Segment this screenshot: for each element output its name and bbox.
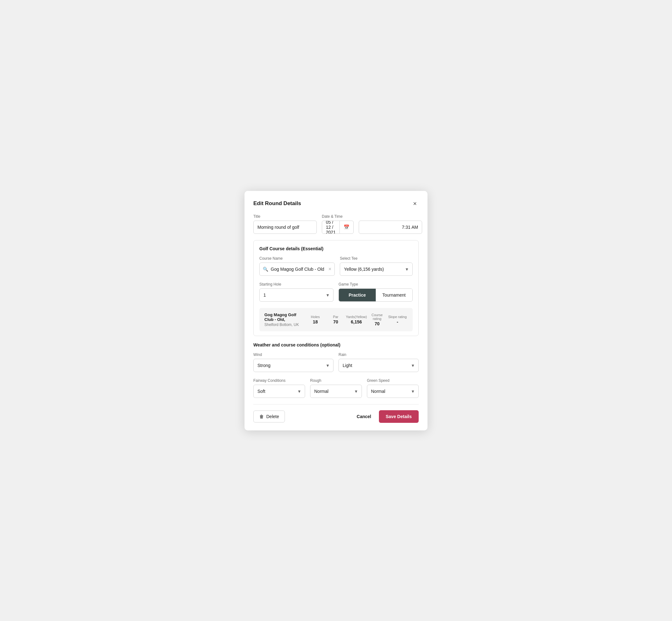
modal-header: Edit Round Details × [253,200,419,207]
datetime-group: Date & Time 05 / 12 / 2021 📅 [322,214,354,234]
game-type-label: Game Type [339,282,413,287]
game-type-group: Game Type Practice Tournament [339,282,413,302]
close-button[interactable]: × [411,200,419,207]
slope-rating-label: Slope rating [387,315,408,319]
practice-toggle-button[interactable]: Practice [339,289,376,301]
starting-hole-label: Starting Hole [259,282,333,287]
select-tee-group: Select Tee Yellow (6,156 yards) White Re… [340,256,413,276]
wind-wrapper: None Light Moderate Strong ▼ [253,359,333,372]
calendar-icon-button[interactable]: 📅 [339,221,353,234]
select-tee-label: Select Tee [340,256,413,261]
rough-wrapper: Short Normal Long ▼ [310,385,362,398]
conditions-title: Weather and course conditions (optional) [253,342,419,347]
edit-round-modal: Edit Round Details × Title Date & Time 0… [245,191,427,430]
wind-dropdown[interactable]: None Light Moderate Strong [253,359,333,372]
fairway-group: Fairway Conditions Firm Soft Normal Wet … [253,378,305,398]
starting-hole-group: Starting Hole 1 10 ▼ [259,282,333,302]
slope-rating-value: - [387,319,408,324]
par-value: 70 [326,319,346,324]
time-label-spacer [359,214,422,219]
wind-rain-row: Wind None Light Moderate Strong ▼ Rain N… [253,353,419,372]
search-icon: 🔍 [263,266,268,272]
modal-title: Edit Round Details [253,200,301,207]
course-search-wrapper: 🔍 × [259,262,335,276]
hole-gametype-row: Starting Hole 1 10 ▼ Game Type Practice … [259,282,413,302]
course-location: Shelford Bottom, UK [264,323,305,327]
footer-divider [253,404,419,405]
fairway-label: Fairway Conditions [253,378,305,383]
title-datetime-row: Title Date & Time 05 / 12 / 2021 📅 [253,214,419,234]
yards-label: Yards(Yellow) [346,315,367,319]
green-speed-wrapper: Slow Normal Fast Very Fast ▼ [367,385,419,398]
title-label: Title [253,214,317,219]
select-tee-wrapper: Yellow (6,156 yards) White Red ▼ [340,262,413,276]
fairway-rough-green-row: Fairway Conditions Firm Soft Normal Wet … [253,378,419,398]
fairway-wrapper: Firm Soft Normal Wet ▼ [253,385,305,398]
par-stat: Par 70 [326,315,346,324]
rough-label: Rough [310,378,362,383]
wind-label: Wind [253,353,333,357]
yards-value: 6,156 [346,319,367,324]
course-rating-label: Course rating [367,313,387,321]
course-name-label: Course Name [259,256,335,261]
course-name-input[interactable] [271,266,326,272]
course-rating-value: 70 [367,321,387,326]
conditions-section: Weather and course conditions (optional)… [253,342,419,398]
yards-stat: Yards(Yellow) 6,156 [346,315,367,324]
starting-hole-wrapper: 1 10 ▼ [259,288,333,302]
holes-value: 18 [305,319,326,324]
footer-actions-right: Cancel Save Details [355,410,419,423]
delete-button[interactable]: 🗑 Delete [253,411,285,422]
golf-course-section: Golf Course details (Essential) Course N… [253,240,419,336]
slope-rating-stat: Slope rating - [387,315,408,324]
course-info-name-block: Gog Magog Golf Club - Old, Shelford Bott… [264,313,305,327]
time-group [359,214,422,234]
time-input[interactable] [359,220,422,234]
course-rating-stat: Course rating 70 [367,313,387,326]
green-speed-label: Green Speed [367,378,419,383]
rain-label: Rain [339,353,419,357]
clear-course-icon[interactable]: × [328,266,331,272]
green-speed-group: Green Speed Slow Normal Fast Very Fast ▼ [367,378,419,398]
cancel-button[interactable]: Cancel [355,411,373,422]
game-type-toggle: Practice Tournament [339,288,413,302]
rough-dropdown[interactable]: Short Normal Long [310,385,362,398]
course-tee-row: Course Name 🔍 × Select Tee Yellow (6,156… [259,256,413,276]
delete-label: Delete [266,414,279,419]
title-input[interactable] [253,220,317,234]
fairway-dropdown[interactable]: Firm Soft Normal Wet [253,385,305,398]
holes-stat: Holes 18 [305,315,326,324]
select-tee-dropdown[interactable]: Yellow (6,156 yards) White Red [340,262,413,276]
course-info-bar: Gog Magog Golf Club - Old, Shelford Bott… [259,308,413,331]
starting-hole-dropdown[interactable]: 1 10 [259,288,333,302]
par-label: Par [326,315,346,319]
holes-label: Holes [305,315,326,319]
date-value: 05 / 12 / 2021 [322,220,339,234]
footer-row: 🗑 Delete Cancel Save Details [253,410,419,423]
tournament-toggle-button[interactable]: Tournament [376,289,413,301]
save-button[interactable]: Save Details [379,410,419,423]
trash-icon: 🗑 [259,414,264,419]
rough-group: Rough Short Normal Long ▼ [310,378,362,398]
course-name-group: Course Name 🔍 × [259,256,335,276]
green-speed-dropdown[interactable]: Slow Normal Fast Very Fast [367,385,419,398]
date-wrapper: 05 / 12 / 2021 📅 [322,220,354,234]
rain-wrapper: None Light Moderate Heavy ▼ [339,359,419,372]
rain-group: Rain None Light Moderate Heavy ▼ [339,353,419,372]
golf-course-title: Golf Course details (Essential) [259,246,413,251]
wind-group: Wind None Light Moderate Strong ▼ [253,353,333,372]
course-full-name: Gog Magog Golf Club - Old, [264,313,305,322]
rain-dropdown[interactable]: None Light Moderate Heavy [339,359,419,372]
datetime-label: Date & Time [322,214,354,219]
title-group: Title [253,214,317,234]
